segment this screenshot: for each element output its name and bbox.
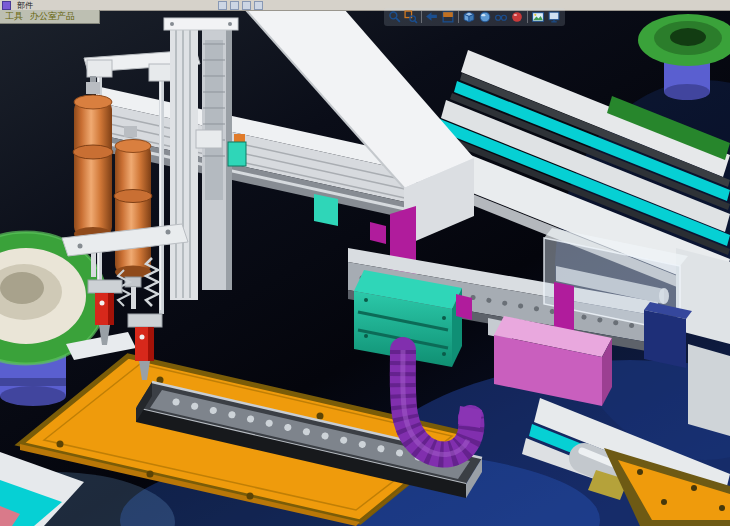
display-style-icon[interactable] [478, 10, 492, 24]
app-icon [2, 1, 11, 10]
hide-show-items-icon[interactable] [494, 10, 508, 24]
toolbar-mini-icon[interactable] [242, 1, 251, 10]
zoom-fit-icon[interactable] [388, 10, 402, 24]
titlebar: 部件 [0, 0, 730, 11]
command-tab-bar: 工具 办公室产品 [0, 10, 100, 24]
previous-view-icon[interactable] [425, 10, 439, 24]
view-settings-icon[interactable] [547, 10, 561, 24]
tab-office-products[interactable]: 办公室产品 [30, 10, 75, 23]
edit-appearance-icon[interactable] [510, 10, 524, 24]
toolbar-mini-icon[interactable] [218, 1, 227, 10]
toolbar-separator [458, 11, 459, 23]
quick-access-toolbar [218, 1, 263, 10]
document-title: 部件 [17, 1, 33, 10]
magenta-tab [456, 294, 472, 320]
solidworks-window: { "titlebar": { "title": "部件" }, "comman… [0, 0, 730, 526]
view-orientation-icon[interactable] [462, 10, 476, 24]
section-view-icon[interactable] [441, 10, 455, 24]
viewport-3d[interactable] [0, 0, 730, 526]
tab-tools[interactable]: 工具 [5, 10, 23, 23]
toolbar-separator [527, 11, 528, 23]
navy-block[interactable] [644, 302, 692, 368]
zoom-area-icon[interactable] [404, 10, 418, 24]
toolbar-mini-icon[interactable] [230, 1, 239, 10]
rail-slider-block [314, 194, 338, 226]
apply-scene-icon[interactable] [531, 10, 545, 24]
heads-up-view-toolbar [384, 8, 565, 26]
frame-column [170, 28, 198, 300]
toolbar-separator [421, 11, 422, 23]
toolbar-mini-icon[interactable] [254, 1, 263, 10]
teal-slider [228, 142, 246, 166]
